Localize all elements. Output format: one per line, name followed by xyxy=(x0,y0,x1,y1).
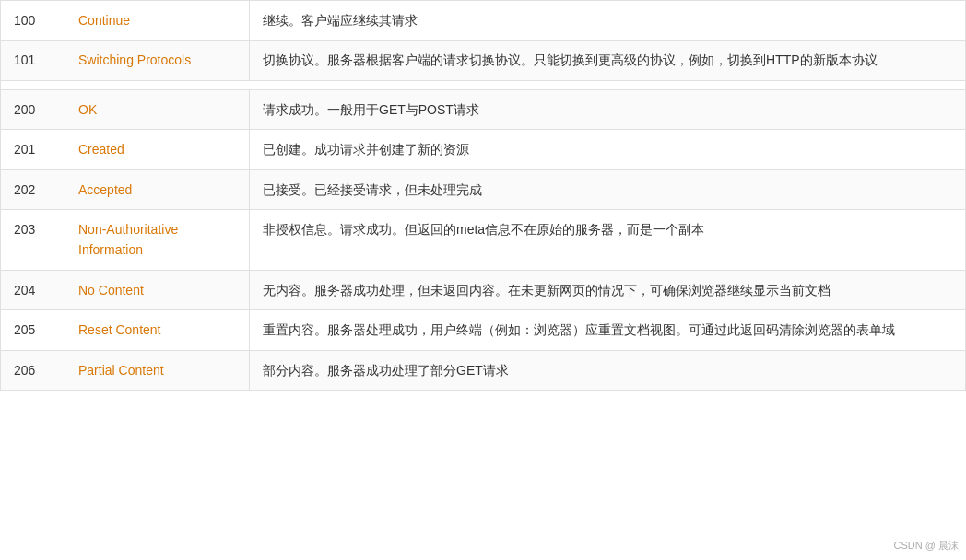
status-code: 201 xyxy=(1,130,65,169)
status-name: OK xyxy=(65,89,250,129)
status-code: 101 xyxy=(1,41,65,80)
http-status-table: 100Continue继续。客户端应继续其请求101Switching Prot… xyxy=(0,0,966,391)
status-description: 请求成功。一般用于GET与POST请求 xyxy=(250,89,966,129)
status-name: Partial Content xyxy=(65,350,250,390)
status-code: 203 xyxy=(1,209,65,270)
table-row: 201Created已创建。成功请求并创建了新的资源 xyxy=(1,130,966,169)
status-description: 重置内容。服务器处理成功，用户终端（例如：浏览器）应重置文档视图。可通过此返回码… xyxy=(250,310,966,350)
table-row: 200OK请求成功。一般用于GET与POST请求 xyxy=(1,89,966,129)
table-row: 204No Content无内容。服务器成功处理，但未返回内容。在未更新网页的情… xyxy=(1,270,966,309)
status-description: 切换协议。服务器根据客户端的请求切换协议。只能切换到更高级的协议，例如，切换到H… xyxy=(250,41,966,80)
status-name: Created xyxy=(65,130,250,169)
table-row: 100Continue继续。客户端应继续其请求 xyxy=(1,1,966,41)
table-row: 101Switching Protocols切换协议。服务器根据客户端的请求切换… xyxy=(1,41,966,80)
status-name: Non-Authoritative Information xyxy=(65,209,250,270)
status-description: 非授权信息。请求成功。但返回的meta信息不在原始的服务器，而是一个副本 xyxy=(250,209,966,270)
status-code: 202 xyxy=(1,169,65,209)
status-name: Reset Content xyxy=(65,310,250,350)
status-code: 100 xyxy=(1,1,65,41)
status-code: 200 xyxy=(1,89,65,129)
table-row: 202Accepted已接受。已经接受请求，但未处理完成 xyxy=(1,169,966,209)
status-name: Switching Protocols xyxy=(65,41,250,80)
status-name: Continue xyxy=(65,1,250,41)
status-description: 部分内容。服务器成功处理了部分GET请求 xyxy=(250,350,966,390)
status-name: No Content xyxy=(65,270,250,309)
status-code: 204 xyxy=(1,270,65,309)
status-name: Accepted xyxy=(65,169,250,209)
status-description: 已创建。成功请求并创建了新的资源 xyxy=(250,130,966,169)
status-code: 205 xyxy=(1,310,65,350)
status-description: 无内容。服务器成功处理，但未返回内容。在未更新网页的情况下，可确保浏览器继续显示… xyxy=(250,270,966,309)
status-description: 已接受。已经接受请求，但未处理完成 xyxy=(250,169,966,209)
status-code: 206 xyxy=(1,350,65,390)
table-row: 203Non-Authoritative Information非授权信息。请求… xyxy=(1,209,966,270)
table-row: 206Partial Content部分内容。服务器成功处理了部分GET请求 xyxy=(1,350,966,390)
status-description: 继续。客户端应继续其请求 xyxy=(250,1,966,41)
separator-row xyxy=(1,80,966,89)
table-row: 205Reset Content重置内容。服务器处理成功，用户终端（例如：浏览器… xyxy=(1,310,966,350)
